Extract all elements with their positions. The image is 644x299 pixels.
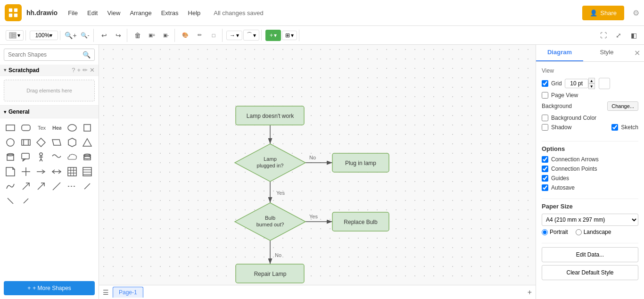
portrait-radio[interactable] <box>542 229 548 235</box>
tab-diagram[interactable]: Diagram <box>536 45 583 61</box>
redo-button[interactable]: ↪ <box>112 29 125 42</box>
shape-slash[interactable] <box>81 180 94 193</box>
shape-table[interactable] <box>66 165 79 178</box>
shape-dotted-line[interactable] <box>66 180 79 193</box>
shape-backslash[interactable] <box>4 194 17 208</box>
shapes-grid: Text Head <box>0 118 99 210</box>
fullscreen-button[interactable]: ⤢ <box>612 29 625 42</box>
shape-ellipse[interactable] <box>66 121 79 134</box>
shape-parallelogram[interactable] <box>50 136 63 149</box>
canvas-area[interactable]: No Yes Yes No Lamp doesn't work Lamp plu… <box>99 45 536 299</box>
landscape-radio[interactable] <box>576 229 582 235</box>
shadow-checkbox[interactable] <box>542 124 548 131</box>
shape-callout[interactable] <box>19 150 33 164</box>
paper-size-select[interactable]: A4 (210 mm x 297 mm) <box>542 214 638 226</box>
shape-diagonal-line[interactable] <box>50 180 63 193</box>
shape-note[interactable] <box>4 165 17 178</box>
shape-short-line[interactable] <box>19 194 33 208</box>
shape-cloud[interactable] <box>66 150 79 164</box>
shape-triangle[interactable] <box>81 136 94 149</box>
fit-page-button[interactable]: ⛶ <box>597 29 610 42</box>
to-back-button[interactable]: ▣- <box>159 29 173 42</box>
settings-icon[interactable]: ⚙ <box>633 8 639 17</box>
shape-rectangle[interactable] <box>4 121 17 134</box>
grid-color-swatch[interactable] <box>599 78 610 89</box>
menu-view[interactable]: View <box>103 8 124 18</box>
clear-style-button[interactable]: Clear Default Style <box>542 265 638 280</box>
general-header[interactable]: ▾ General <box>0 106 99 118</box>
sidebar-toggle[interactable]: ▾ <box>6 30 24 41</box>
shape-database[interactable] <box>81 150 94 164</box>
edit-data-button[interactable]: Edit Data... <box>542 247 638 262</box>
undo-button[interactable]: ↩ <box>98 29 111 42</box>
shape-cylinder[interactable] <box>4 150 17 164</box>
shape-double-arrow[interactable] <box>50 165 63 178</box>
search-input[interactable] <box>8 51 83 58</box>
shape-square[interactable] <box>81 121 94 134</box>
shape-heading[interactable]: Head <box>50 121 63 134</box>
delete-button[interactable]: 🗑 <box>131 29 144 42</box>
shape-person[interactable] <box>34 150 48 164</box>
menu-file[interactable]: File <box>64 8 82 18</box>
menu-arrange[interactable]: Arrange <box>126 8 155 18</box>
insert-dropdown[interactable]: + ▾ <box>265 30 281 41</box>
shape-diagonal-arrow[interactable] <box>19 180 33 193</box>
grid-value-input[interactable] <box>565 79 588 88</box>
more-shapes-button[interactable]: + + More Shapes <box>4 281 95 295</box>
shape-hexagon[interactable] <box>66 136 79 149</box>
shape-diamond[interactable] <box>34 136 48 149</box>
guides-checkbox[interactable] <box>542 175 548 182</box>
fill-color-button[interactable]: 🎨 <box>179 29 192 42</box>
shape-button[interactable]: □ <box>207 29 220 42</box>
grid-stepper-down[interactable]: ▼ <box>588 83 595 89</box>
share-button[interactable]: 👤 Share <box>582 6 624 20</box>
scratchpad-edit[interactable]: ✏ <box>83 66 88 74</box>
shape-circle[interactable] <box>4 136 17 149</box>
shape-arrow-up-right[interactable] <box>34 180 48 193</box>
scratchpad-close[interactable]: ✕ <box>90 66 95 74</box>
shape-arrow-right[interactable] <box>34 165 48 178</box>
autosave-checkbox[interactable] <box>542 184 548 191</box>
background-color-checkbox[interactable] <box>542 115 548 121</box>
shape-rounded-rect[interactable] <box>19 121 33 134</box>
pages-menu-button[interactable]: ☰ <box>103 289 109 296</box>
zoom-out-button[interactable]: 🔍- <box>78 29 91 42</box>
page-view-checkbox[interactable] <box>542 92 548 99</box>
add-page-button[interactable]: + <box>528 288 532 297</box>
menu-edit[interactable]: Edit <box>83 8 101 18</box>
zoom-display[interactable]: 100% ▾ <box>30 31 58 40</box>
close-panel-button[interactable]: ✕ <box>630 45 644 61</box>
tab-style[interactable]: Style <box>583 45 630 61</box>
shape-wave[interactable] <box>50 150 63 164</box>
svg-rect-6 <box>12 34 16 36</box>
waypoint-dropdown[interactable]: ⌒ ▾ <box>243 30 259 41</box>
scratchpad-toggle[interactable]: ▾ <box>4 67 7 73</box>
panel-content: View Grid ▲ ▼ Page View <box>536 62 644 299</box>
page-tab-1[interactable]: Page-1 <box>113 287 143 298</box>
table-dropdown[interactable]: ⊞ ▾ <box>282 31 297 40</box>
connection-arrows-checkbox[interactable] <box>542 156 548 163</box>
shape-list[interactable] <box>81 165 94 178</box>
to-front-button[interactable]: ▣+ <box>145 29 158 42</box>
page-tabs: Page-1 <box>113 287 524 298</box>
shape-text[interactable]: Text <box>34 121 48 134</box>
scratchpad-help[interactable]: ? <box>72 66 75 74</box>
connection-dropdown[interactable]: → ▾ <box>226 31 242 40</box>
grid-stepper[interactable]: ▲ ▼ <box>565 78 595 89</box>
scratchpad-add[interactable]: + <box>77 66 81 74</box>
zoom-in-button[interactable]: 🔍+ <box>64 29 77 42</box>
shape-process[interactable] <box>19 136 33 149</box>
shape-cross[interactable] <box>19 165 33 178</box>
menu-help[interactable]: Help <box>184 8 205 18</box>
search-box[interactable]: 🔍 <box>4 49 95 61</box>
menu-extras[interactable]: Extras <box>157 8 182 18</box>
change-background-button[interactable]: Change... <box>607 101 638 111</box>
sketch-checkbox[interactable] <box>611 124 618 131</box>
grid-checkbox[interactable] <box>542 80 548 87</box>
scratchpad-area: Drag elements here <box>0 76 99 106</box>
connection-points-checkbox[interactable] <box>542 166 548 172</box>
shape-curve[interactable] <box>4 180 17 193</box>
line-color-button[interactable]: ✏ <box>193 29 206 42</box>
collapse-panel-button[interactable]: ◧ <box>627 29 640 42</box>
grid-stepper-up[interactable]: ▲ <box>588 78 595 83</box>
